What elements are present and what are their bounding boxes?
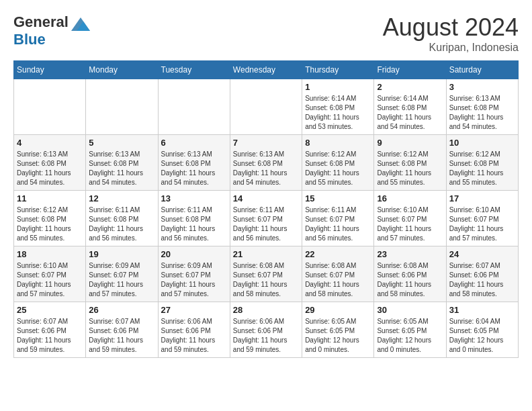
- calendar-cell: 4Sunrise: 6:13 AMSunset: 6:08 PMDaylight…: [14, 135, 86, 191]
- calendar-cell: 26Sunrise: 6:07 AMSunset: 6:06 PMDayligh…: [86, 302, 158, 358]
- cell-sun-info: Sunrise: 6:06 AMSunset: 6:06 PMDaylight:…: [233, 317, 299, 355]
- cell-sun-info: Sunrise: 6:11 AMSunset: 6:08 PMDaylight:…: [89, 205, 154, 243]
- cell-sun-info: Sunrise: 6:12 AMSunset: 6:08 PMDaylight:…: [17, 205, 83, 243]
- calendar-cell: 24Sunrise: 6:07 AMSunset: 6:06 PMDayligh…: [446, 246, 518, 302]
- cell-sun-info: Sunrise: 6:08 AMSunset: 6:07 PMDaylight:…: [233, 261, 299, 299]
- calendar-cell: 2Sunrise: 6:14 AMSunset: 6:08 PMDaylight…: [374, 79, 446, 135]
- calendar-week-row: 25Sunrise: 6:07 AMSunset: 6:06 PMDayligh…: [14, 302, 519, 358]
- calendar-cell: 23Sunrise: 6:08 AMSunset: 6:06 PMDayligh…: [374, 246, 446, 302]
- cell-day-number: 20: [161, 249, 227, 259]
- cell-day-number: 6: [161, 138, 227, 148]
- weekday-header-tuesday: Tuesday: [158, 61, 230, 79]
- calendar-cell: [230, 79, 302, 135]
- cell-sun-info: Sunrise: 6:07 AMSunset: 6:06 PMDaylight:…: [89, 317, 154, 355]
- cell-day-number: 5: [89, 138, 154, 148]
- logo: General Blue: [13, 13, 90, 48]
- cell-sun-info: Sunrise: 6:08 AMSunset: 6:07 PMDaylight:…: [305, 261, 371, 299]
- cell-day-number: 9: [377, 138, 443, 148]
- logo-icon: [71, 16, 90, 31]
- calendar-cell: 6Sunrise: 6:13 AMSunset: 6:08 PMDaylight…: [158, 135, 230, 191]
- cell-sun-info: Sunrise: 6:07 AMSunset: 6:06 PMDaylight:…: [17, 317, 83, 355]
- calendar-cell: 17Sunrise: 6:10 AMSunset: 6:07 PMDayligh…: [446, 191, 518, 246]
- logo-blue-text: Blue: [13, 31, 46, 48]
- cell-day-number: 4: [17, 138, 83, 148]
- calendar-cell: 5Sunrise: 6:13 AMSunset: 6:08 PMDaylight…: [86, 135, 158, 191]
- calendar-cell: 10Sunrise: 6:12 AMSunset: 6:08 PMDayligh…: [446, 135, 518, 191]
- calendar-cell: 14Sunrise: 6:11 AMSunset: 6:07 PMDayligh…: [230, 191, 302, 246]
- weekday-header-row: SundayMondayTuesdayWednesdayThursdayFrid…: [14, 61, 519, 79]
- calendar-cell: 21Sunrise: 6:08 AMSunset: 6:07 PMDayligh…: [230, 246, 302, 302]
- calendar-cell: [14, 79, 86, 135]
- cell-day-number: 21: [233, 249, 299, 259]
- weekday-header-thursday: Thursday: [302, 61, 374, 79]
- calendar-cell: 31Sunrise: 6:04 AMSunset: 6:05 PMDayligh…: [446, 302, 518, 358]
- cell-day-number: 12: [89, 193, 154, 203]
- cell-sun-info: Sunrise: 6:06 AMSunset: 6:06 PMDaylight:…: [161, 317, 227, 355]
- cell-sun-info: Sunrise: 6:13 AMSunset: 6:08 PMDaylight:…: [17, 150, 83, 187]
- location-subtitle: Kuripan, Indonesia: [383, 42, 519, 54]
- calendar-cell: 19Sunrise: 6:09 AMSunset: 6:07 PMDayligh…: [86, 246, 158, 302]
- calendar-table: SundayMondayTuesdayWednesdayThursdayFrid…: [13, 60, 519, 358]
- calendar-cell: 16Sunrise: 6:10 AMSunset: 6:07 PMDayligh…: [374, 191, 446, 246]
- cell-sun-info: Sunrise: 6:04 AMSunset: 6:05 PMDaylight:…: [449, 317, 515, 355]
- calendar-cell: 22Sunrise: 6:08 AMSunset: 6:07 PMDayligh…: [302, 246, 374, 302]
- calendar-cell: 30Sunrise: 6:05 AMSunset: 6:05 PMDayligh…: [374, 302, 446, 358]
- calendar-cell: 3Sunrise: 6:13 AMSunset: 6:08 PMDaylight…: [446, 79, 518, 135]
- cell-day-number: 18: [17, 249, 83, 259]
- cell-day-number: 29: [305, 305, 371, 315]
- cell-sun-info: Sunrise: 6:13 AMSunset: 6:08 PMDaylight:…: [161, 150, 227, 187]
- calendar-cell: 1Sunrise: 6:14 AMSunset: 6:08 PMDaylight…: [302, 79, 374, 135]
- cell-day-number: 11: [17, 193, 83, 203]
- weekday-header-saturday: Saturday: [446, 61, 518, 79]
- cell-sun-info: Sunrise: 6:13 AMSunset: 6:08 PMDaylight:…: [89, 150, 154, 187]
- calendar-cell: [158, 79, 230, 135]
- cell-sun-info: Sunrise: 6:12 AMSunset: 6:08 PMDaylight:…: [377, 150, 443, 187]
- cell-day-number: 10: [449, 138, 515, 148]
- calendar-week-row: 11Sunrise: 6:12 AMSunset: 6:08 PMDayligh…: [14, 191, 519, 246]
- calendar-cell: 7Sunrise: 6:13 AMSunset: 6:08 PMDaylight…: [230, 135, 302, 191]
- weekday-header-sunday: Sunday: [14, 61, 86, 79]
- weekday-header-friday: Friday: [374, 61, 446, 79]
- cell-sun-info: Sunrise: 6:07 AMSunset: 6:06 PMDaylight:…: [449, 261, 515, 299]
- cell-day-number: 17: [449, 193, 515, 203]
- cell-sun-info: Sunrise: 6:09 AMSunset: 6:07 PMDaylight:…: [161, 261, 227, 299]
- calendar-cell: 11Sunrise: 6:12 AMSunset: 6:08 PMDayligh…: [14, 191, 86, 246]
- cell-day-number: 2: [377, 82, 443, 92]
- calendar-cell: 8Sunrise: 6:12 AMSunset: 6:08 PMDaylight…: [302, 135, 374, 191]
- calendar-week-row: 4Sunrise: 6:13 AMSunset: 6:08 PMDaylight…: [14, 135, 519, 191]
- cell-sun-info: Sunrise: 6:12 AMSunset: 6:08 PMDaylight:…: [449, 150, 515, 187]
- cell-day-number: 26: [89, 305, 154, 315]
- cell-sun-info: Sunrise: 6:12 AMSunset: 6:08 PMDaylight:…: [305, 150, 371, 187]
- calendar-cell: 13Sunrise: 6:11 AMSunset: 6:08 PMDayligh…: [158, 191, 230, 246]
- cell-sun-info: Sunrise: 6:10 AMSunset: 6:07 PMDaylight:…: [449, 205, 515, 243]
- cell-sun-info: Sunrise: 6:11 AMSunset: 6:07 PMDaylight:…: [305, 205, 371, 243]
- cell-day-number: 31: [449, 305, 515, 315]
- cell-day-number: 28: [233, 305, 299, 315]
- cell-sun-info: Sunrise: 6:08 AMSunset: 6:06 PMDaylight:…: [377, 261, 443, 299]
- cell-sun-info: Sunrise: 6:10 AMSunset: 6:07 PMDaylight:…: [377, 205, 443, 243]
- calendar-cell: 25Sunrise: 6:07 AMSunset: 6:06 PMDayligh…: [14, 302, 86, 358]
- calendar-cell: 20Sunrise: 6:09 AMSunset: 6:07 PMDayligh…: [158, 246, 230, 302]
- cell-day-number: 23: [377, 249, 443, 259]
- cell-day-number: 24: [449, 249, 515, 259]
- cell-day-number: 25: [17, 305, 83, 315]
- cell-sun-info: Sunrise: 6:13 AMSunset: 6:08 PMDaylight:…: [233, 150, 299, 187]
- cell-day-number: 22: [305, 249, 371, 259]
- calendar-week-row: 18Sunrise: 6:10 AMSunset: 6:07 PMDayligh…: [14, 246, 519, 302]
- cell-sun-info: Sunrise: 6:09 AMSunset: 6:07 PMDaylight:…: [89, 261, 154, 299]
- logo-general-text: General: [13, 13, 69, 31]
- cell-sun-info: Sunrise: 6:11 AMSunset: 6:08 PMDaylight:…: [161, 205, 227, 243]
- month-year-title: August 2024: [383, 13, 519, 42]
- cell-day-number: 27: [161, 305, 227, 315]
- calendar-cell: 12Sunrise: 6:11 AMSunset: 6:08 PMDayligh…: [86, 191, 158, 246]
- cell-day-number: 16: [377, 193, 443, 203]
- weekday-header-wednesday: Wednesday: [230, 61, 302, 79]
- cell-day-number: 3: [449, 82, 515, 92]
- weekday-header-monday: Monday: [86, 61, 158, 79]
- cell-sun-info: Sunrise: 6:13 AMSunset: 6:08 PMDaylight:…: [449, 94, 515, 132]
- cell-day-number: 14: [233, 193, 299, 203]
- cell-day-number: 15: [305, 193, 371, 203]
- cell-day-number: 13: [161, 193, 227, 203]
- cell-sun-info: Sunrise: 6:14 AMSunset: 6:08 PMDaylight:…: [377, 94, 443, 132]
- calendar-cell: 29Sunrise: 6:05 AMSunset: 6:05 PMDayligh…: [302, 302, 374, 358]
